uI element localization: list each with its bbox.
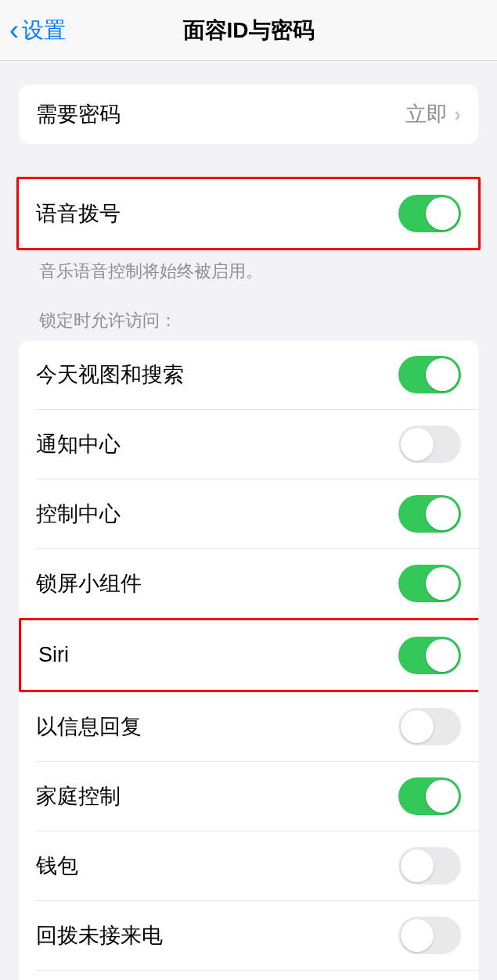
lock-access-label: 以信息回复 (36, 713, 142, 741)
require-passcode-row[interactable]: 需要密码 立即 › (19, 84, 478, 144)
lock-access-label: Siri (38, 643, 69, 667)
lock-access-label: 今天视图和搜索 (36, 361, 184, 389)
highlight-siri: Siri (19, 618, 478, 692)
lock-access-label: 家庭控制 (36, 782, 121, 810)
lock-access-label: 钱包 (36, 852, 78, 880)
lock-access-row: Siri (21, 620, 478, 690)
lock-access-label: 控制中心 (36, 500, 121, 528)
voice-dial-toggle[interactable] (398, 195, 461, 232)
page-title: 面容ID与密码 (183, 16, 315, 45)
lock-access-header: 锁定时允许访问： (19, 309, 478, 340)
nav-header: ‹ 设置 面容ID与密码 (0, 0, 497, 61)
lock-access-row: 以信息回复 (19, 692, 478, 761)
back-label: 设置 (22, 16, 66, 45)
lock-access-row: 今天视图和搜索 (19, 340, 478, 409)
lock-access-row: USB配件 (36, 970, 478, 980)
back-button[interactable]: ‹ 设置 (9, 14, 66, 47)
lock-access-toggle[interactable] (398, 917, 461, 954)
lock-access-toggle[interactable] (398, 425, 461, 463)
voice-dial-label: 语音拨号 (36, 199, 121, 228)
lock-access-row: 控制中心 (36, 479, 478, 548)
lock-access-toggle[interactable] (398, 637, 461, 674)
chevron-left-icon: ‹ (9, 14, 19, 47)
require-passcode-value: 立即 (405, 100, 448, 128)
lock-access-toggle[interactable] (398, 708, 461, 745)
lock-access-row: 钱包 (36, 831, 478, 900)
lock-access-row: 回拨未接来电 (36, 900, 478, 970)
highlight-voice-dial: 语音拨号 (16, 177, 481, 250)
lock-access-label: 通知中心 (36, 430, 121, 458)
voice-dial-footer: 音乐语音控制将始终被启用。 (19, 250, 478, 284)
lock-access-toggle[interactable] (398, 847, 461, 885)
lock-access-toggle[interactable] (398, 565, 461, 602)
lock-access-toggle[interactable] (398, 356, 461, 393)
lock-access-toggle[interactable] (398, 495, 461, 533)
lock-access-row: 家庭控制 (36, 761, 478, 831)
lock-access-row: 锁屏小组件 (36, 548, 478, 618)
lock-access-toggle[interactable] (398, 777, 461, 815)
lock-access-label: 回拨未接来电 (36, 921, 163, 949)
lock-access-row: 通知中心 (36, 409, 478, 479)
chevron-right-icon: › (454, 102, 461, 127)
voice-dial-row: 语音拨号 (19, 179, 478, 248)
lock-access-label: 锁屏小组件 (36, 569, 142, 598)
require-passcode-label: 需要密码 (36, 100, 121, 128)
